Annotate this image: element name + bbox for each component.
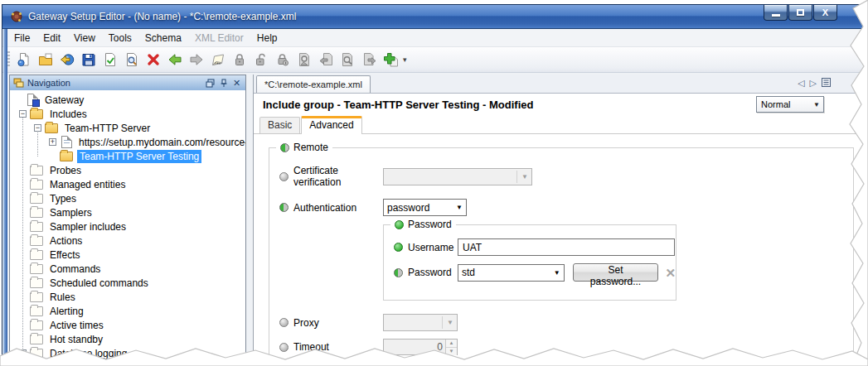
tree-item-alerting[interactable]: Alerting — [10, 304, 245, 318]
menu-schema[interactable]: Schema — [138, 30, 188, 46]
edit-note-button[interactable] — [208, 50, 228, 70]
lock-info-icon — [275, 52, 290, 67]
username-row: Username — [394, 238, 676, 256]
float-panel-icon[interactable] — [205, 78, 216, 89]
tree-item-sampler-includes[interactable]: Sampler includes — [10, 219, 245, 234]
certificate-verification-select: ▼ — [383, 168, 532, 185]
tree-item-includes[interactable]: −Includes — [10, 107, 245, 121]
password-group: Password Username Password std ▼ — [383, 224, 676, 301]
empty-folder-icon — [30, 250, 43, 260]
menu-help[interactable]: Help — [250, 30, 284, 46]
add-item-button[interactable] — [381, 50, 400, 70]
password-select[interactable]: std ▼ — [458, 264, 565, 282]
expand-icon[interactable]: + — [19, 349, 27, 357]
find-in-document-button[interactable] — [294, 50, 314, 70]
tree-item-samplers[interactable]: Samplers — [10, 205, 245, 219]
status-off-icon — [279, 172, 289, 181]
tree-item-hot-standby[interactable]: Hot standby — [10, 332, 245, 346]
validate-button[interactable] — [100, 50, 120, 70]
tab-scroll-left-icon[interactable]: ◁ — [798, 78, 804, 89]
tab-list-icon[interactable] — [822, 78, 831, 89]
certificate-verification-label: Certificate verification — [293, 165, 383, 188]
folder-icon — [60, 152, 73, 161]
menu-view[interactable]: View — [67, 30, 102, 46]
view-mode-select[interactable]: Normal ▼ — [756, 96, 824, 113]
document-tab[interactable]: *C:\remote-example.xml — [256, 75, 371, 93]
tree-item-types[interactable]: Types — [10, 191, 245, 205]
forward-button[interactable] — [187, 50, 206, 70]
certificate-verification-row: Certificate verification ▼ — [279, 165, 853, 188]
tab-advanced[interactable]: Advanced — [301, 116, 361, 134]
lock-info-button[interactable] — [273, 50, 293, 70]
tree-item-effects[interactable]: Effects — [10, 248, 245, 262]
toolbar: ▾ — [2, 47, 864, 73]
tree-item-actions[interactable]: Actions — [10, 234, 245, 248]
toolbar-grip[interactable] — [6, 51, 10, 68]
tree-item-team-http-server[interactable]: −Team-HTTP Server — [10, 121, 245, 135]
set-password-button[interactable]: Set password... — [573, 263, 659, 282]
close-panel-icon[interactable]: ✕ — [231, 78, 242, 89]
toolbar-overflow-button[interactable]: ▾ — [403, 55, 407, 64]
expander-spacer — [19, 335, 27, 343]
import-button[interactable] — [57, 50, 77, 70]
tree-item-database-logging[interactable]: +Database logging — [10, 346, 245, 360]
lock-button[interactable] — [230, 50, 250, 70]
tab-basic[interactable]: Basic — [259, 117, 300, 133]
password-group-label: Password — [390, 219, 456, 230]
unlock-button[interactable] — [251, 50, 271, 70]
tree-item-active-times[interactable]: Active times — [10, 318, 245, 332]
tree-item-managed-entities[interactable]: Managed entities — [10, 177, 245, 191]
document-back-button[interactable] — [316, 50, 336, 70]
expander-spacer — [19, 181, 27, 188]
menu-tools[interactable]: Tools — [102, 30, 138, 46]
save-button[interactable] — [79, 50, 99, 70]
new-document-button[interactable] — [14, 50, 34, 70]
menu-edit[interactable]: Edit — [36, 30, 67, 46]
pin-panel-icon[interactable] — [218, 78, 229, 89]
tree-item-probes[interactable]: Probes — [10, 163, 245, 177]
document-forward-icon — [361, 52, 376, 67]
timeout-value: 0 — [384, 340, 445, 354]
tab-scroll-right-icon[interactable]: ▷ — [810, 78, 817, 89]
clear-password-icon[interactable]: ✕ — [665, 267, 676, 279]
preview-button[interactable] — [122, 50, 142, 70]
expand-icon[interactable]: + — [49, 138, 56, 146]
close-button[interactable]: X — [813, 5, 837, 21]
back-button[interactable] — [165, 50, 185, 70]
tree-item-commands[interactable]: Commands — [10, 262, 245, 276]
password-row: Password std ▼ Set password... ✕ — [394, 263, 676, 282]
spin-up-icon: ▲ — [446, 340, 457, 348]
navigation-panel-icon — [13, 78, 24, 89]
folder-icon — [30, 109, 43, 119]
status-on-icon — [395, 220, 404, 229]
titlebar[interactable]: Gateway Setup Editor - (No name) - *C:\r… — [2, 5, 864, 29]
password-label: Password — [408, 267, 452, 278]
expander-spacer — [19, 209, 27, 216]
username-input[interactable] — [458, 238, 675, 256]
maximize-button[interactable] — [788, 5, 812, 21]
tree-item-resource-url[interactable]: +https://setup.mydomain.com/resource- — [10, 135, 245, 149]
empty-folder-icon — [30, 278, 43, 288]
status-off-icon — [279, 343, 289, 352]
tree-item-gateway[interactable]: Gateway — [10, 93, 245, 107]
open-button[interactable] — [36, 50, 56, 70]
collapse-icon[interactable]: − — [34, 124, 41, 132]
document-search-button[interactable] — [337, 50, 357, 70]
collapse-icon[interactable]: − — [19, 110, 27, 118]
expander-spacer — [19, 223, 27, 230]
authentication-select[interactable]: password ▼ — [383, 199, 467, 216]
tree-item-team-http-server-testing[interactable]: Team-HTTP Server Testing — [10, 149, 245, 163]
empty-folder-icon — [30, 335, 43, 344]
minimize-button[interactable] — [764, 5, 788, 21]
navigation-title: Navigation — [27, 78, 202, 88]
tree-item-scheduled-commands[interactable]: Scheduled commands — [10, 276, 245, 290]
tree-item-rules[interactable]: Rules — [10, 290, 245, 304]
menu-file[interactable]: File — [7, 30, 36, 46]
delete-button[interactable] — [143, 50, 163, 70]
folder-icon — [45, 123, 58, 133]
empty-folder-icon — [30, 306, 43, 316]
document-forward-button[interactable] — [359, 50, 379, 70]
status-partial-icon — [394, 268, 403, 277]
remote-group: Remote Certificate verification ▼ Authen… — [269, 147, 854, 366]
tab-scroll-controls: ◁ ▷ — [798, 78, 831, 89]
